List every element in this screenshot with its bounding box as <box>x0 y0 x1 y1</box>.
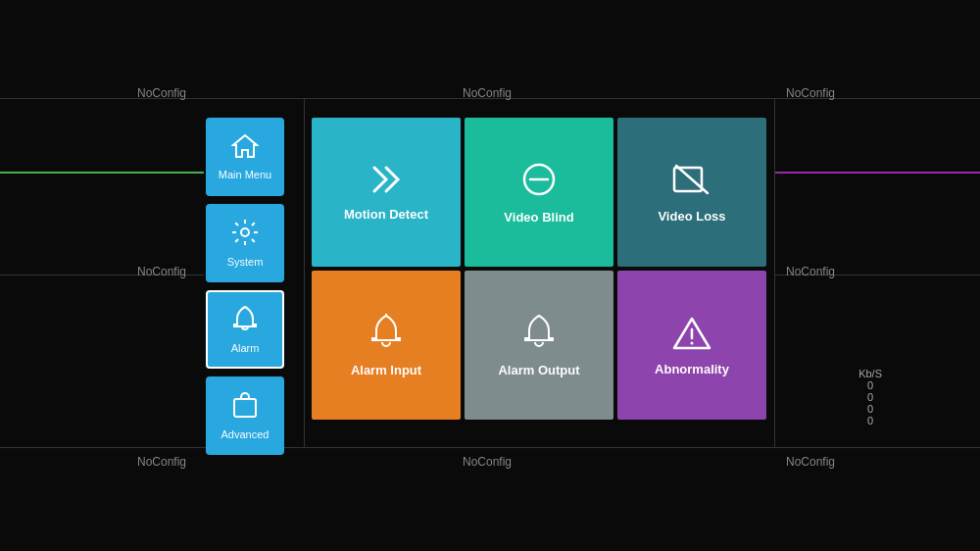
grid-item-abnormality[interactable]: Abnormality <box>617 271 766 420</box>
kbs-title: Kb/S <box>858 368 882 379</box>
noconfig-bot-left: NoConfig <box>137 455 186 469</box>
noconfig-mid-right: NoConfig <box>786 265 835 278</box>
alarm-input-label: Alarm Input <box>351 363 421 377</box>
bell-outline-icon <box>522 314 556 355</box>
noconfig-mid-left: NoConfig <box>137 265 186 278</box>
sidebar-item-advanced[interactable]: Advanced <box>206 376 284 455</box>
grid-item-alarm-output[interactable]: Alarm Output <box>465 271 613 420</box>
grid-item-video-blind[interactable]: Video Blind <box>465 118 613 267</box>
svg-point-0 <box>241 228 249 236</box>
svg-rect-1 <box>234 399 256 417</box>
green-accent-line <box>0 172 204 174</box>
noconfig-bot-center: NoConfig <box>463 455 512 469</box>
kbs-value-1: 0 <box>858 391 882 403</box>
svg-rect-4 <box>674 168 702 191</box>
triangle-warning-icon <box>672 315 711 354</box>
noconfig-top-left: NoConfig <box>137 86 186 100</box>
svg-point-8 <box>691 341 694 344</box>
grid-item-video-loss[interactable]: Video Loss <box>617 118 766 267</box>
sidebar: Main Menu System Alarm Advanced <box>206 118 284 455</box>
grid-item-alarm-input[interactable]: Alarm Input <box>312 271 461 420</box>
sidebar-main-menu-label: Main Menu <box>219 169 271 180</box>
bell-icon <box>232 305 258 338</box>
sidebar-item-system[interactable]: System <box>206 204 284 282</box>
v-line-right <box>774 98 775 447</box>
sidebar-advanced-label: Advanced <box>221 428 270 440</box>
video-slash-icon <box>672 162 711 201</box>
noconfig-bot-right: NoConfig <box>786 455 835 469</box>
kbs-value-2: 0 <box>858 403 882 415</box>
video-loss-label: Video Loss <box>658 209 725 224</box>
sidebar-system-label: System <box>227 256 264 268</box>
v-line-left <box>304 98 305 447</box>
kbs-value-0: 0 <box>858 379 882 391</box>
grid-item-motion-detect[interactable]: Motion Detect <box>312 118 461 267</box>
alarm-output-label: Alarm Output <box>498 363 579 377</box>
motion-detect-label: Motion Detect <box>344 207 428 222</box>
sidebar-item-main-menu[interactable]: Main Menu <box>206 118 284 196</box>
bell-filled-icon <box>369 314 403 355</box>
sidebar-alarm-label: Alarm <box>231 342 260 354</box>
gear-icon <box>231 219 259 252</box>
abnormality-label: Abnormality <box>655 362 729 376</box>
minus-circle-icon <box>520 161 558 202</box>
noconfig-top-center: NoConfig <box>463 86 512 100</box>
main-grid: Motion Detect Video Blind Video Loss <box>312 118 766 420</box>
purple-accent-line <box>774 172 980 174</box>
bag-icon <box>232 391 258 425</box>
chevron-double-right-icon <box>367 164 406 199</box>
noconfig-top-right: NoConfig <box>786 86 835 100</box>
house-icon <box>231 133 259 165</box>
sidebar-item-alarm[interactable]: Alarm <box>206 290 284 369</box>
h-line-bottom <box>0 447 980 448</box>
kbs-value-3: 0 <box>858 415 882 426</box>
video-blind-label: Video Blind <box>504 210 573 225</box>
kbs-panel: Kb/S 0 0 0 0 <box>858 368 882 426</box>
